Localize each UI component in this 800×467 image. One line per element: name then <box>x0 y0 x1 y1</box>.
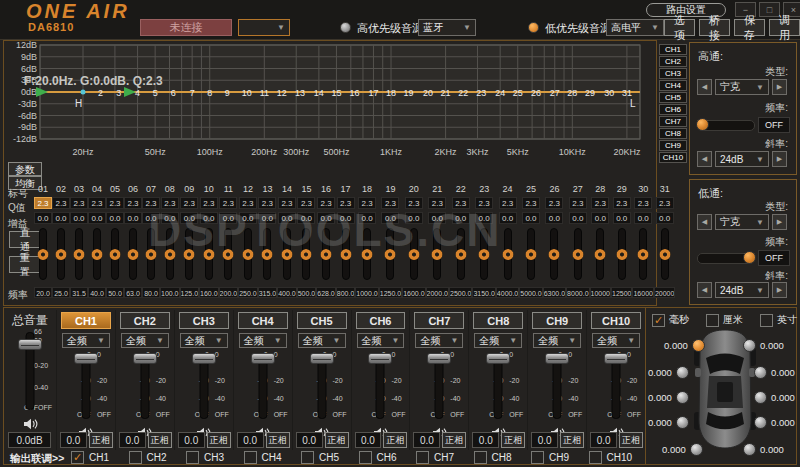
slider-knob[interactable] <box>128 249 139 260</box>
band-gain-value[interactable]: 0.0 <box>475 212 493 224</box>
band-gain-value[interactable]: 0.0 <box>613 212 631 224</box>
slider-knob[interactable] <box>281 249 292 260</box>
band-q-value[interactable]: 2.3 <box>180 197 198 209</box>
band-q-value[interactable]: 2.3 <box>239 197 257 209</box>
band-q-value[interactable]: 2.3 <box>499 197 517 209</box>
channel-gain-value[interactable]: 0.0 <box>60 432 87 448</box>
slope-prev-button[interactable]: ◀ <box>697 151 712 167</box>
band-gain-slider[interactable] <box>238 228 258 280</box>
low-priority-radio[interactable] <box>528 22 539 33</box>
band-q-value[interactable]: 2.3 <box>34 197 52 209</box>
phase-button[interactable]: 正相 <box>501 432 525 448</box>
slider-knob[interactable] <box>184 249 195 260</box>
band-q-value[interactable]: 2.3 <box>106 197 124 209</box>
band-gain-slider[interactable] <box>611 228 632 280</box>
slider-knob[interactable] <box>385 249 396 260</box>
band-gain-slider[interactable] <box>426 228 449 280</box>
slider-knob[interactable] <box>74 249 85 260</box>
fader-knob[interactable] <box>486 353 510 364</box>
channel-gain-value[interactable]: 0.0 <box>413 432 440 448</box>
slider-knob[interactable] <box>549 249 560 260</box>
delay-channel-button[interactable] <box>754 416 767 429</box>
channel-range-select[interactable]: 全频▼ <box>62 333 110 348</box>
delay-value[interactable]: 0.000 <box>664 340 688 351</box>
slider-knob[interactable] <box>110 249 121 260</box>
phase-button[interactable]: 正相 <box>89 432 113 448</box>
channel-gain-value[interactable]: 0.0 <box>178 432 205 448</box>
high-priority-radio[interactable] <box>340 22 351 33</box>
channel-gain-value[interactable]: 0.0 <box>237 432 264 448</box>
channel-header-button[interactable]: CH9 <box>532 312 582 329</box>
band-gain-slider[interactable] <box>496 228 519 280</box>
band-gain-value[interactable]: 0.0 <box>297 212 315 224</box>
link-checkbox-ch9[interactable] <box>531 451 544 464</box>
band-gain-slider[interactable] <box>472 228 495 280</box>
fader-knob[interactable] <box>368 353 392 364</box>
slider-knob[interactable] <box>572 249 583 260</box>
channel-header-button[interactable]: CH5 <box>297 312 347 329</box>
band-gain-slider[interactable] <box>590 228 611 280</box>
band-q-value[interactable]: 2.3 <box>70 197 88 209</box>
band-gain-slider[interactable] <box>88 228 106 280</box>
band-gain-slider[interactable] <box>543 228 566 280</box>
channel-header-button[interactable]: CH1 <box>61 312 111 329</box>
channel-range-select[interactable]: 全频▼ <box>533 333 581 348</box>
channel-gain-value[interactable]: 0.0 <box>590 432 617 448</box>
fader[interactable]: 0-20-40OFF0-20-40OFF <box>528 351 586 425</box>
band-gain-value[interactable]: 0.0 <box>278 212 296 224</box>
save-button[interactable]: 保存 <box>734 19 765 36</box>
delay-value[interactable]: 0.000 <box>648 392 672 403</box>
band-gain-value[interactable]: 0.0 <box>34 212 52 224</box>
delay-channel-button[interactable] <box>743 339 756 352</box>
channel-range-select[interactable]: 全频▼ <box>121 333 169 348</box>
band-q-value[interactable]: 2.3 <box>569 197 587 209</box>
band-gain-value[interactable]: 0.0 <box>52 212 70 224</box>
delay-value[interactable]: 0.000 <box>760 340 784 351</box>
band-gain-slider[interactable] <box>277 228 297 280</box>
delay-channel-button[interactable] <box>676 366 689 379</box>
fader-knob[interactable] <box>427 353 451 364</box>
phase-button[interactable]: 正相 <box>383 432 407 448</box>
link-checkbox-ch7[interactable] <box>416 451 429 464</box>
slope-next-button[interactable]: ▶ <box>772 282 787 298</box>
band-q-value[interactable]: 2.3 <box>522 197 540 209</box>
band-q-value[interactable]: 2.3 <box>219 197 237 209</box>
fader-knob[interactable] <box>604 353 628 364</box>
band-gain-value[interactable]: 0.0 <box>522 212 540 224</box>
phase-button[interactable]: 正相 <box>560 432 584 448</box>
channel-range-select[interactable]: 全频▼ <box>357 333 405 348</box>
channel-gain-value[interactable]: 0.0 <box>296 432 323 448</box>
band-gain-slider[interactable] <box>199 228 219 280</box>
fader-knob[interactable] <box>192 353 216 364</box>
delay-value[interactable]: 0.000 <box>648 367 672 378</box>
band-gain-value[interactable]: 0.0 <box>239 212 257 224</box>
master-volume-value[interactable]: 0.0dB <box>8 432 51 448</box>
band-gain-value[interactable]: 0.0 <box>452 212 470 224</box>
slider-knob[interactable] <box>223 249 234 260</box>
delay-channel-button[interactable] <box>676 416 689 429</box>
band-q-value[interactable]: 2.3 <box>613 197 631 209</box>
channel-select-ch8[interactable]: CH8 <box>659 128 687 139</box>
channel-header-button[interactable]: CH6 <box>356 312 406 329</box>
delay-channel-button[interactable] <box>754 366 767 379</box>
link-checkbox-ch2[interactable] <box>129 451 142 464</box>
fader[interactable]: 0-20-40OFF0-20-40OFF <box>175 351 233 425</box>
slider-knob[interactable] <box>696 118 709 131</box>
band-gain-slider[interactable] <box>449 228 472 280</box>
band-gain-value[interactable]: 0.0 <box>337 212 355 224</box>
band-gain-value[interactable]: 0.0 <box>180 212 198 224</box>
band-gain-slider[interactable] <box>124 228 142 280</box>
slider-knob[interactable] <box>525 249 536 260</box>
band-q-value[interactable]: 2.3 <box>297 197 315 209</box>
recall-button[interactable]: 调用 <box>769 19 800 36</box>
lowpass-type-select[interactable]: 宁克 ▼ <box>715 214 769 230</box>
channel-select-ch7[interactable]: CH7 <box>659 116 687 127</box>
channel-header-button[interactable]: CH7 <box>414 312 464 329</box>
link-checkbox-ch8[interactable] <box>474 451 487 464</box>
band-q-value[interactable]: 2.3 <box>52 197 70 209</box>
fader[interactable]: 0-20-40OFF0-20-40OFF <box>410 351 468 425</box>
band-q-value[interactable]: 2.3 <box>317 197 335 209</box>
band-gain-slider[interactable] <box>654 228 675 280</box>
band-gain-slider[interactable] <box>379 228 402 280</box>
band-gain-slider[interactable] <box>632 228 653 280</box>
